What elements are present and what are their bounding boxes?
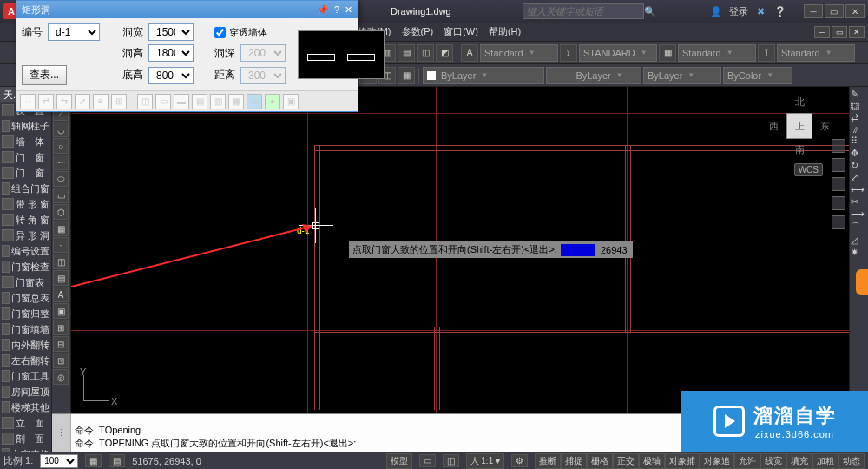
width-select[interactable]: 1500 — [148, 23, 194, 41]
linetype-combo[interactable]: ───ByLayer▼ — [546, 67, 641, 84]
search-go-icon[interactable]: 🔍 — [644, 5, 656, 17]
erase-icon[interactable]: ✎ — [851, 89, 867, 100]
panel-item[interactable]: 轴网柱子 — [0, 118, 51, 134]
height-select[interactable]: 1800 — [148, 44, 194, 62]
panel-item[interactable]: 门窗归整 — [0, 306, 51, 321]
panel-item[interactable]: 内外翻转 — [0, 337, 51, 353]
nav-zoom-icon[interactable] — [832, 177, 845, 191]
chamfer-icon[interactable]: ◿ — [851, 234, 867, 246]
scale-select[interactable]: 100 — [40, 454, 78, 468]
sill-select[interactable]: 800 — [148, 67, 194, 84]
plotcolor-combo[interactable]: ByColor▼ — [723, 67, 792, 84]
tool-icon[interactable]: ⊟ — [53, 336, 69, 352]
circle-icon[interactable]: ○ — [53, 138, 69, 154]
mdi-restore[interactable]: ▭ — [832, 26, 847, 38]
annoscale[interactable]: 人 1:1 ▾ — [466, 453, 504, 469]
panel-item[interactable]: 组合门窗 — [0, 181, 51, 196]
table-style-combo[interactable]: Standard▼ — [678, 44, 756, 62]
sb-icon[interactable]: ▭ — [419, 454, 436, 467]
extend-icon[interactable]: ⟶ — [851, 208, 867, 220]
lookup-button[interactable]: 查表... — [22, 65, 67, 85]
panel-item[interactable]: 编号设置 — [0, 243, 51, 259]
tool-icon[interactable]: ◎ — [53, 369, 69, 385]
status-toggle[interactable]: 推断 — [535, 453, 561, 469]
menu-window[interactable]: 窗口(W) — [444, 25, 478, 38]
tb-icon[interactable]: ◫ — [417, 44, 434, 62]
user-icon[interactable]: 👤 — [710, 5, 722, 17]
array-icon[interactable]: ⠿ — [851, 135, 867, 147]
search-input[interactable] — [523, 3, 644, 19]
exchange-icon[interactable]: ✖ — [755, 5, 767, 17]
dtb-icon[interactable]: ◫ — [137, 94, 153, 109]
side-tab[interactable] — [856, 269, 868, 295]
move-icon[interactable]: ✥ — [851, 148, 867, 159]
panel-item[interactable]: 剖 面 — [0, 431, 51, 446]
status-toggle[interactable]: 允许 — [734, 453, 760, 469]
status-toggle[interactable]: 正交 — [613, 453, 639, 469]
drawing-canvas[interactable]: [-][俯视][二维线框] d-1 点取门窗大致的位置和开向(Shift-左右开… — [71, 87, 849, 413]
trim-icon[interactable]: ✂ — [851, 196, 867, 208]
panel-item[interactable]: 门窗工具 — [0, 368, 51, 384]
status-toggle[interactable]: 加粗 — [812, 453, 838, 469]
table-style-icon[interactable]: ▦ — [659, 44, 676, 62]
dtb-icon[interactable]: ▭ — [247, 94, 262, 109]
sb-icon[interactable]: ▤ — [108, 454, 125, 467]
dim-style-icon[interactable]: ⟟ — [560, 44, 577, 62]
mdi-close[interactable]: ✕ — [849, 26, 865, 38]
text-style-icon[interactable]: A — [461, 44, 478, 62]
tb-icon[interactable]: ◩ — [436, 44, 453, 62]
status-toggle[interactable]: 动态 — [838, 453, 865, 469]
panel-item[interactable]: 立 面 — [0, 415, 51, 431]
status-toggle[interactable]: 捕捉 — [561, 453, 587, 469]
panel-item[interactable]: 门窗填墙 — [0, 321, 51, 337]
arc-icon[interactable]: ◡ — [53, 122, 69, 137]
panel-item[interactable]: 带 形 窗 — [0, 196, 51, 212]
tb-icon[interactable]: ▦ — [398, 67, 415, 84]
dialog-pin-icon[interactable]: 📌 — [317, 4, 329, 16]
dtb-icon[interactable]: ⇆ — [56, 94, 72, 109]
status-toggle[interactable]: 线宽 — [760, 453, 786, 469]
polygon-icon[interactable]: ⬡ — [53, 204, 69, 220]
dialog-titlebar[interactable]: 矩形洞 📌 ? ✕ — [16, 1, 358, 18]
ellipse-icon[interactable]: ⬭ — [53, 171, 69, 187]
minimize-button[interactable]: ─ — [804, 4, 823, 18]
nav-showmotion-icon[interactable] — [832, 215, 845, 229]
menu-help[interactable]: 帮助(H) — [489, 25, 521, 38]
text-style-combo[interactable]: Standard▼ — [480, 44, 558, 62]
rotate-icon[interactable]: ↻ — [851, 160, 867, 171]
panel-item[interactable]: 门 窗 — [0, 149, 51, 165]
through-checkbox[interactable] — [214, 27, 226, 38]
lineweight-combo[interactable]: ByLayer▼ — [643, 67, 721, 84]
status-toggle[interactable]: 填充 — [786, 453, 812, 469]
panel-item[interactable]: 墙 体 — [0, 134, 51, 149]
nav-wheel-icon[interactable] — [832, 139, 845, 153]
status-toggle[interactable]: 对象捕 — [665, 453, 700, 469]
nav-orbit-icon[interactable] — [832, 196, 845, 210]
dtb-icon[interactable]: ▤ — [192, 94, 207, 109]
panel-item[interactable]: 左右翻转 — [0, 353, 51, 368]
info-icon[interactable]: ❔ — [774, 5, 786, 17]
dtb-icon[interactable]: ≡ — [93, 94, 108, 109]
dtb-icon[interactable]: ▭ — [155, 94, 171, 109]
panel-item[interactable]: 异 形 洞 — [0, 228, 51, 243]
spline-icon[interactable]: 〰 — [53, 155, 69, 170]
panel-item[interactable]: 房间屋顶 — [0, 384, 51, 400]
viewcube-top[interactable]: 上 — [786, 113, 812, 139]
tb-icon[interactable]: ▤ — [398, 44, 415, 62]
panel-item[interactable]: 门 窗 — [0, 165, 51, 181]
status-toggle[interactable]: 极轴 — [639, 453, 665, 469]
dim-style-combo[interactable]: STANDARD▼ — [579, 44, 657, 62]
offset-icon[interactable]: ⫽ — [851, 124, 867, 135]
mleader-style-icon[interactable]: ⥘ — [758, 44, 775, 62]
layer-combo[interactable]: ByLayer▼ — [423, 67, 544, 84]
region-icon[interactable]: ▣ — [53, 303, 69, 319]
panel-item[interactable]: 门窗总表 — [0, 290, 51, 306]
panel-item[interactable]: 门窗表 — [0, 274, 51, 290]
point-icon[interactable]: · — [53, 237, 69, 253]
panel-item[interactable]: 转 角 窗 — [0, 212, 51, 228]
close-button[interactable]: ✕ — [845, 4, 865, 18]
copy-icon[interactable]: ⿻ — [851, 101, 867, 111]
dtb-icon[interactable]: ▥ — [210, 94, 226, 109]
help-search[interactable] — [523, 3, 644, 19]
panel-item[interactable]: 门窗检查 — [0, 259, 51, 274]
